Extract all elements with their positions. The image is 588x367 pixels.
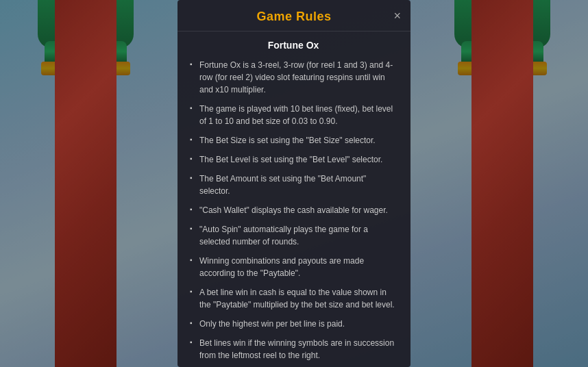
rules-list: Fortune Ox is a 3-reel, 3-row (for reel … [190, 59, 397, 367]
modal-overlay: Game Rules × Fortune Ox Fortune Ox is a … [0, 0, 588, 367]
rule-item-9: A bet line win in cash is equal to the v… [190, 286, 397, 311]
rule-item-5: The Bet Amount is set using the "Bet Amo… [190, 173, 397, 197]
rule-item-3: The Bet Size is set using the "Bet Size"… [190, 134, 397, 147]
rule-item-1: Fortune Ox is a 3-reel, 3-row (for reel … [190, 59, 397, 96]
modal-body[interactable]: Fortune Ox Fortune Ox is a 3-reel, 3-row… [177, 31, 411, 367]
close-button[interactable]: × [393, 10, 401, 22]
rule-item-6: "Cash Wallet" displays the cash availabl… [190, 204, 397, 216]
rule-item-8: Winning combinations and payouts are mad… [190, 255, 397, 279]
rule-item-11: Bet lines win if the winning symbols are… [190, 337, 397, 362]
modal-header: Game Rules × [177, 0, 411, 31]
modal-title: Game Rules [256, 10, 331, 23]
rule-item-7: "Auto Spin" automatically plays the game… [190, 223, 397, 248]
rule-item-10: Only the highest win per bet line is pai… [190, 318, 397, 330]
game-subtitle: Fortune Ox [190, 40, 397, 51]
rule-item-4: The Bet Level is set using the "Bet Leve… [190, 153, 397, 166]
rule-item-2: The game is played with 10 bet lines (fi… [190, 103, 397, 127]
game-rules-modal: Game Rules × Fortune Ox Fortune Ox is a … [177, 0, 411, 367]
